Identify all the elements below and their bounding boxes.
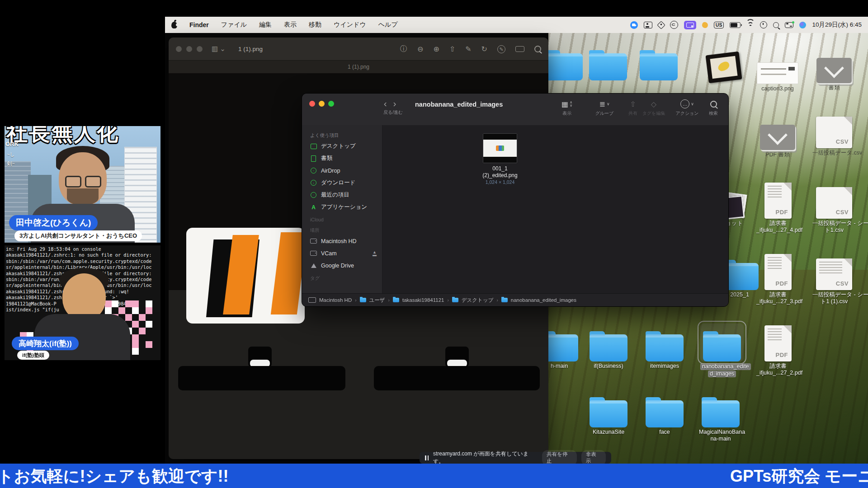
yellow-app-icon[interactable]	[701, 21, 708, 28]
desktop-folder[interactable]	[586, 42, 630, 80]
file-item-selected-area[interactable]: 001_1 (2)_edited.png 1,024 × 1,024	[475, 133, 525, 186]
zoom-in-icon[interactable]: ⊕	[433, 45, 439, 53]
desktop-folder-magicalnanobanana[interactable]: MagicalNanoBanana-main	[699, 389, 742, 442]
desktop-file-csv[interactable]: CSV 一括投稿データ.csv	[812, 110, 856, 156]
desktop-folder-if-business[interactable]: if(Business)	[587, 324, 630, 370]
apple-logo-icon[interactable]	[171, 22, 177, 28]
file-label: 請求書_ifjuku_...27_3.pdf	[756, 291, 800, 305]
highlight-pen-icon[interactable]: ✎	[465, 45, 471, 53]
window-title: 1 (1).png	[238, 46, 263, 52]
path-item[interactable]: nanobanana_edited_images	[511, 297, 576, 303]
sidebar-item-google-drive[interactable]: Google Drive	[302, 259, 382, 272]
search-button[interactable]: 検索	[704, 98, 722, 117]
menu-bar-clock[interactable]: 10月29日(水) 6:45	[812, 21, 862, 29]
cube-icon[interactable]	[657, 21, 665, 29]
path-item[interactable]: ユーザ	[369, 297, 385, 304]
desktop-file-csv[interactable]: CSV 一括投稿データ - シート1 (1).csv	[812, 252, 856, 305]
menu-window[interactable]: ウインドウ	[334, 21, 366, 29]
menu-app-name[interactable]: Finder	[189, 21, 209, 28]
sidebar-item-macintosh-hd[interactable]: Macintosh HD	[302, 235, 382, 247]
path-item[interactable]: Macintosh HD	[319, 297, 352, 303]
menu-view[interactable]: 表示	[284, 21, 297, 29]
pdf-file-icon: PDF	[764, 183, 792, 219]
siri-icon[interactable]	[799, 22, 806, 28]
document-stack-icon	[816, 58, 852, 83]
markup-icon[interactable]: ✎	[497, 45, 505, 53]
desktop-stack-pdf[interactable]: PDF 書類	[756, 112, 799, 158]
back-forward-buttons[interactable]: ‹› 戻る/進む	[383, 98, 403, 116]
control-center-icon[interactable]	[785, 22, 793, 28]
desktop-folder[interactable]	[548, 42, 585, 80]
desktop-folder-kitazunasite[interactable]: KitazunaSite	[587, 389, 630, 436]
time-machine-icon[interactable]	[760, 21, 767, 28]
sidebar-toggle-icon[interactable]: ▥ ⌄	[212, 45, 226, 53]
presentation-icon[interactable]	[644, 22, 652, 28]
spotlight-search-icon[interactable]	[773, 22, 779, 28]
group-button[interactable]: ≣ ∨ グループ	[590, 98, 619, 117]
pause-icon	[425, 455, 429, 460]
desktop-file-csv[interactable]: CSV 一括投稿データ - シート1.csv	[812, 181, 856, 234]
menu-edit[interactable]: 編集	[259, 21, 272, 29]
hide-button[interactable]: 非表示	[581, 450, 606, 465]
chevron-right-icon: ›	[447, 298, 448, 303]
desktop-folder-face[interactable]: face	[643, 389, 686, 436]
desktop-file-pdf[interactable]: PDF 請求書_ifjuku_...27_4.pdf	[756, 181, 800, 234]
desktop-folder[interactable]	[637, 42, 680, 80]
stop-sharing-button[interactable]: 共有を停止	[542, 450, 577, 465]
info-icon[interactable]: ⓘ	[400, 44, 407, 54]
zoom-app-icon[interactable]	[630, 21, 638, 29]
view-button[interactable]: ▦∧∨ 表示	[553, 98, 580, 117]
action-button[interactable]: …∨ アクション	[672, 98, 703, 117]
desktop-file-caption3[interactable]: caption3.png	[756, 46, 799, 92]
zoom-button[interactable]	[328, 101, 334, 107]
hard-drive-icon	[310, 238, 317, 244]
sidebar-section-header: タグ	[302, 272, 382, 283]
file-label: PDF 書類	[756, 151, 799, 158]
sidebar-item-vcam[interactable]: VCam▲▬	[302, 247, 382, 259]
wifi-icon[interactable]	[746, 22, 754, 28]
creative-cloud-icon[interactable]	[670, 21, 678, 29]
menu-help[interactable]: ヘルプ	[378, 21, 398, 29]
image-file-thumbnail	[483, 133, 517, 163]
ticker-text-left: トお気軽に!シェアも歓迎です!!	[0, 465, 229, 488]
share-notice-text: streamyard.com が画面を共有しています。	[433, 450, 538, 465]
minimize-button[interactable]	[186, 46, 192, 52]
menu-file[interactable]: ファイル	[221, 21, 247, 29]
sidebar-item-airdrop[interactable]: ◦AirDrop	[302, 164, 382, 177]
screen-sharing-active-icon[interactable]	[684, 21, 696, 29]
hard-drive-icon	[308, 297, 316, 303]
close-button[interactable]	[309, 101, 315, 107]
pixel-art-graphic	[105, 300, 112, 307]
edit-tags-button[interactable]: ◇ タグを編集	[637, 98, 670, 117]
sidebar-item-downloads[interactable]: ↓ダウンロード	[302, 177, 382, 189]
zoom-button[interactable]	[197, 46, 203, 52]
menu-go[interactable]: 移動	[309, 21, 321, 29]
zoom-out-icon[interactable]: ⊖	[417, 45, 423, 53]
desktop-folder-itemimages[interactable]: itemimages	[643, 324, 686, 370]
desktop-file-pdf[interactable]: PDF 請求書_ifjuku_...27_3.pdf	[756, 252, 800, 305]
desktop-folder-nanobanana-selected[interactable]: nanobanana_edited_images	[700, 324, 744, 377]
eject-icon[interactable]: ▲▬	[373, 251, 377, 256]
file-label: 請求書_ifjuku_...27_2.pdf	[756, 363, 800, 376]
macos-menu-bar: Finder ファイル 編集 表示 移動 ウインドウ ヘルプ US 10月29日…	[165, 17, 868, 33]
share-icon[interactable]: ⇧	[449, 45, 455, 53]
sidebar-item-desktop[interactable]: デスクトップ	[302, 140, 382, 152]
textbox-icon[interactable]	[515, 46, 524, 52]
sidebar-item-recents[interactable]: ·最近の項目	[302, 189, 382, 201]
path-item[interactable]: デスクトップ	[462, 297, 494, 304]
input-source-badge[interactable]: US	[714, 22, 724, 28]
sidebar-item-applications[interactable]: Aアプリケーション	[302, 201, 382, 213]
battery-icon[interactable]	[730, 22, 741, 28]
finder-path-bar: Macintosh HD › ユーザ › takasaki19841121 › …	[302, 293, 728, 306]
desktop-folder-h-main[interactable]: h-main	[548, 324, 581, 370]
desktop-file-pdf[interactable]: PDF 請求書_ifjuku_...27_2.pdf	[756, 324, 800, 376]
minimize-button[interactable]	[319, 101, 325, 107]
close-button[interactable]	[176, 46, 182, 52]
search-icon[interactable]	[534, 46, 541, 52]
path-item[interactable]: takasaki19841121	[402, 297, 444, 303]
desktop-framed-photo[interactable]	[702, 43, 745, 81]
rotate-icon[interactable]: ↻	[481, 45, 487, 53]
desktop-stack-documents[interactable]: 書類	[812, 45, 856, 91]
sidebar-item-documents[interactable]: 書類	[302, 152, 382, 164]
desktop-icon	[310, 143, 317, 150]
